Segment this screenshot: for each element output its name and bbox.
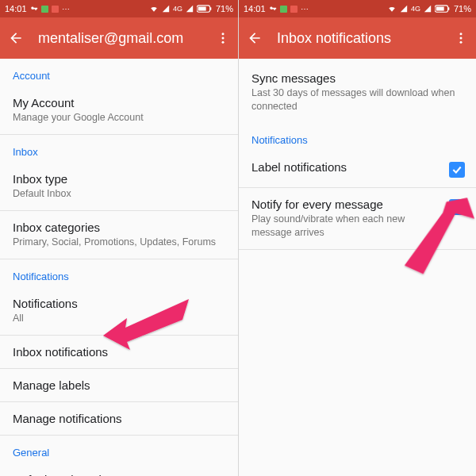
key-icon (269, 5, 277, 13)
row-manage-labels[interactable]: Manage labels (0, 369, 238, 401)
section-inbox: Inbox (0, 135, 238, 163)
screen-account-settings: 14:01 ⋯ 4G 71% (0, 0, 238, 476)
battery-icon (197, 5, 213, 13)
music-icon (290, 6, 298, 13)
row-inbox-categories[interactable]: Inbox categories Primary, Social, Promot… (0, 211, 238, 259)
row-title: Inbox categories (13, 221, 225, 234)
checkbox-checked[interactable] (449, 162, 465, 178)
section-account: Account (0, 59, 238, 86)
wifi-icon (149, 5, 159, 13)
network-label: 4G (411, 5, 420, 13)
statusbar-right: 4G 71% (387, 4, 471, 13)
more-icon[interactable] (454, 31, 468, 45)
row-title: Label notifications (251, 160, 441, 174)
music-icon (52, 6, 59, 13)
signal-icon (162, 5, 170, 13)
row-default-reply[interactable]: Default reply action Reply (0, 463, 238, 477)
svg-point-3 (222, 33, 225, 35)
svg-point-10 (460, 33, 463, 35)
row-title: Notifications (13, 297, 225, 310)
back-icon[interactable] (247, 30, 263, 46)
row-inbox-notifications[interactable]: Inbox notifications (0, 336, 238, 368)
more-icon[interactable] (216, 31, 230, 45)
wifi-icon (387, 5, 397, 13)
row-title: Manage labels (13, 378, 225, 392)
row-sub: Last 30 days of messages will download w… (251, 86, 463, 113)
statusbar: 14:01 ⋯ 4G 71% (239, 0, 476, 17)
row-title: Notify for every message (251, 198, 441, 211)
screen-inbox-notifications: 14:01 ⋯ 4G 71% (238, 0, 476, 476)
signal-icon-2 (186, 5, 194, 13)
appbar: Inbox notifications (239, 17, 476, 59)
svg-point-11 (460, 37, 463, 40)
section-notifications: Notifications (239, 123, 476, 151)
section-general: General (0, 436, 238, 463)
row-manage-notifications[interactable]: Manage notifications (0, 402, 238, 435)
row-sub: Primary, Social, Promotions, Updates, Fo… (13, 236, 225, 249)
battery-icon (435, 5, 451, 13)
divider (239, 249, 476, 250)
dots-icon: ⋯ (62, 5, 70, 13)
statusbar-left: 14:01 ⋯ (244, 4, 309, 13)
svg-rect-8 (436, 7, 444, 11)
settings-list[interactable]: Account My Account Manage your Google Ac… (0, 59, 238, 476)
appbar: mentaliser@gmail.com (0, 17, 238, 59)
row-notifications[interactable]: Notifications All (0, 287, 238, 335)
statusbar-left: 14:01 ⋯ (5, 4, 70, 13)
status-time: 14:01 (5, 4, 27, 13)
row-my-account[interactable]: My Account Manage your Google Account (0, 86, 238, 134)
appbar-title: mentaliser@gmail.com (38, 30, 202, 47)
statusbar-right: 4G 71% (149, 4, 233, 13)
svg-rect-2 (210, 7, 212, 10)
row-sync-messages[interactable]: Sync messages Last 30 days of messages w… (239, 59, 476, 123)
square-icon (280, 6, 287, 13)
row-label-notifications[interactable]: Label notifications (239, 151, 476, 187)
svg-point-4 (222, 37, 225, 40)
row-sub: All (13, 312, 225, 325)
back-icon[interactable] (8, 30, 24, 46)
square-icon (41, 6, 48, 13)
row-title: My Account (13, 96, 225, 109)
checkbox-checked[interactable] (449, 199, 465, 215)
svg-point-5 (222, 41, 225, 44)
row-sub: Manage your Google Account (13, 111, 225, 125)
svg-point-12 (460, 41, 463, 44)
status-battery: 71% (216, 4, 233, 13)
section-notifications: Notifications (0, 259, 238, 287)
row-inbox-type[interactable]: Inbox type Default Inbox (0, 163, 238, 210)
status-time: 14:01 (244, 4, 266, 13)
svg-rect-1 (198, 7, 206, 11)
key-icon (30, 5, 38, 13)
row-notify-every-message[interactable]: Notify for every message Play sound/vibr… (239, 188, 476, 249)
status-battery: 71% (454, 4, 471, 13)
appbar-title: Inbox notifications (277, 30, 440, 47)
row-sub: Default Inbox (13, 187, 225, 201)
row-title: Manage notifications (13, 412, 225, 425)
settings-list[interactable]: Sync messages Last 30 days of messages w… (239, 59, 476, 476)
signal-icon (400, 5, 408, 13)
signal-icon-2 (424, 5, 432, 13)
row-title: Inbox type (13, 172, 225, 186)
row-title: Sync messages (251, 71, 463, 85)
statusbar: 14:01 ⋯ 4G 71% (0, 0, 238, 17)
svg-rect-9 (448, 7, 450, 10)
row-title: Inbox notifications (13, 345, 225, 359)
row-sub: Play sound/vibrate when each new message… (251, 213, 441, 240)
dots-icon: ⋯ (301, 5, 309, 13)
network-label: 4G (173, 5, 182, 13)
row-title: Default reply action (13, 473, 225, 477)
